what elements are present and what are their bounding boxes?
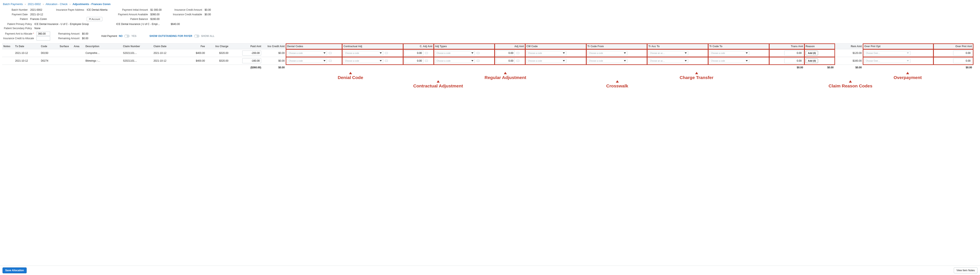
anno-crosswalk: Crosswalk [606,83,628,88]
cell-claim-date: 2021-10-12 [152,49,180,57]
mini-button[interactable] [385,52,388,54]
toggle-show-outstanding[interactable] [194,35,199,38]
overpayment-dropdown[interactable]: Choose Over… [864,51,910,55]
th-surface: Surface [58,44,72,49]
dropdown[interactable]: Choose an ac… [648,59,688,63]
dropdown[interactable]: Choose a code [710,59,749,63]
mini-button[interactable] [477,60,479,62]
dropdown[interactable]: Choose a code [710,51,749,55]
dropdown[interactable]: Choose a code [527,51,566,55]
trans-amt-input[interactable] [784,51,803,56]
dropdown[interactable]: Choose a code [527,59,566,63]
mini-button[interactable] [477,52,479,54]
chevron-down-icon [563,52,565,54]
value-secondary-policy: None [34,27,40,30]
mini-button[interactable] [385,60,388,62]
amount-input[interactable] [404,58,423,63]
amount-input[interactable] [496,58,515,63]
crumb-batch-id[interactable]: 2021-0002 [28,3,41,6]
dropdown[interactable]: Choose a code [435,51,475,55]
add-reason-button[interactable]: Add (0) [806,59,818,63]
cell-cw-code: Choose a code [525,57,586,65]
cell-tr-acc-to: Choose an ac… [647,49,708,57]
add-reason-button[interactable]: Add (0) [806,51,818,55]
mini-button[interactable] [425,52,428,54]
anno-regular: Regular Adjustment [485,75,526,80]
over-amt-input[interactable] [953,51,972,56]
value-payment-date: 2021-10-12 [30,13,43,16]
th-contractual-adj: Contractual Adj [342,44,403,49]
value-payment-avail: $360.00 [150,13,159,16]
cell-surface [58,57,72,65]
mini-button[interactable] [425,60,428,62]
input-pay-amt-allocate[interactable] [37,32,50,36]
mini-button[interactable] [516,60,519,62]
cell-paid-amt[interactable] [230,49,262,57]
dropdown[interactable]: Choose a code [587,51,627,55]
crumb-batch-payments[interactable]: Batch Payments [3,3,23,6]
anno-contractual: Contractual Adjustment [413,83,463,88]
toggle-hold-payment[interactable] [124,35,130,38]
th-ins-credit-amt: Ins Credit Amt [262,44,286,49]
label-payment-avail: Payment Amount Available [114,13,150,16]
label-batch-number: Batch Number [3,8,30,11]
label-patient-balance: Patient Balance [114,17,150,21]
mini-button[interactable] [329,60,332,62]
label-patient: Patient [3,17,30,21]
amount-input[interactable] [404,51,423,56]
table-row: 2021-10-12D0150Comprehe…S2021101…2021-10… [2,49,973,57]
dropdown[interactable]: Choose a code [287,51,327,55]
anno-claim-reason: Claim Reason Codes [829,83,872,88]
overpayment-dropdown[interactable]: Choose Over… [864,59,910,63]
amount-input[interactable] [496,51,515,56]
input-ins-credit-allocate[interactable] [37,36,50,40]
mini-button[interactable] [516,52,519,54]
anno-overpayment: Overpayment [894,75,922,80]
show-outstanding-link[interactable]: SHOW OUTSTANDING FOR PAYER [150,35,192,38]
paid-amt-input[interactable] [242,58,261,63]
allocation-table: Notes Tx Date Code Surface Area Descript… [2,43,973,70]
totals-row: ($360.00) $0.00 $0.00 $0.00 $0.00 $0.00 [2,65,973,70]
chevron-down-icon [380,60,382,61]
cell-tr-acc-to: Choose an ac… [647,57,708,65]
cell-claim-number: S2021101… [122,57,152,65]
cell-denial: Choose a code [286,49,342,57]
trans-amt-input[interactable] [784,58,803,63]
cell-fee: $400.00 [180,49,206,57]
cell-over-amt [934,49,973,57]
dropdown[interactable]: Choose a code [287,59,327,63]
hold-yes: YES [131,35,136,38]
dropdown[interactable]: Choose a code [344,51,383,55]
cell-reason: Add (0) [805,57,835,65]
label-primary-policy: Patient Primary Policy [3,23,34,25]
dropdown[interactable]: Choose a code [344,59,383,63]
label-secondary-policy: Patient Secondary Policy [3,27,34,30]
chevron-down-icon [563,60,565,61]
label-ins-credit-avail: Insurance Credit Available [168,13,205,16]
paid-amt-input[interactable] [242,51,261,56]
th-over-amt: Over Pmt Amt [934,44,973,49]
crumb-allocation[interactable]: Allocation - Check [46,3,68,6]
mini-button[interactable] [329,52,332,54]
th-area: Area [72,44,84,49]
dropdown[interactable]: Choose a code [587,59,627,63]
value-payment-initial: $1 000.00 [150,8,162,11]
pt-account-button[interactable]: Pt Account [87,17,102,21]
over-amt-input[interactable] [953,58,972,63]
dropdown[interactable]: Choose a code [435,59,475,63]
header-meta: Batch Number 2021-0002 Payment Date 2021… [2,8,978,21]
th-tr-code-to: Tr Code To [708,44,769,49]
table-row: 2021-10-12D0274Bitewings -…S2021101…2021… [2,57,973,65]
cell-denial: Choose a code [286,57,342,65]
dropdown[interactable]: Choose an ac… [648,51,688,55]
value-remaining-2: $0.00 [82,37,88,40]
chevron-down-icon [471,52,473,54]
arrow-up-icon [349,72,352,74]
cell-tx-date: 2021-10-12 [14,57,40,65]
cell-paid-amt[interactable] [230,57,262,65]
breadcrumb: Batch Payments › 2021-0002 › Allocation … [2,1,978,8]
cell-rem-amt: $160.00 [835,57,863,65]
chevron-down-icon [746,52,748,54]
anno-denial: Denial Code [338,75,363,80]
th-reason: Reason [805,44,835,49]
